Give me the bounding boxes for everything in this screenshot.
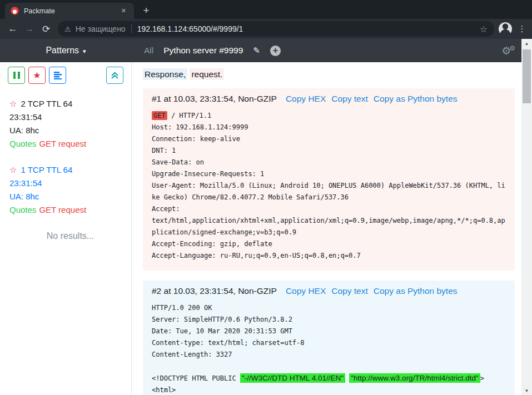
add-service-button[interactable]: +	[270, 46, 281, 56]
security-warning-label[interactable]: Не защищено	[76, 24, 126, 33]
stream-title-row: ☆2 TCP TTL 64	[9, 97, 131, 111]
align-left-icon	[54, 72, 62, 79]
browser-toolbar: ← → ⟳ ⚠ Не защищено 192.168.1.124:65000/…	[0, 19, 532, 39]
stream-time: 23:31:54	[9, 177, 131, 190]
stream-title-row: ☆1 TCP TTL 64	[9, 163, 131, 177]
caret-down-icon: ▾	[83, 48, 86, 55]
tab-title: Packmate	[24, 7, 114, 15]
gear-small-icon: ⚙	[509, 44, 515, 52]
packet-title: #2 at 10.03, 23:31:54, Non-GZIP	[152, 286, 277, 296]
profile-avatar-icon[interactable]	[499, 22, 512, 36]
new-tab-button[interactable]: +	[138, 3, 154, 18]
sidebar-toolbar: ★	[8, 67, 123, 84]
stream-item-selected[interactable]: ☆1 TCP TTL 64 23:31:54 UA: 8hc QuotesGET…	[9, 163, 131, 217]
tag-get-request: GET request	[39, 139, 86, 148]
forward-button[interactable]: →	[21, 23, 38, 34]
packet-body: GET / HTTP/1.1 Host: 192.168.1.124:9999 …	[152, 110, 506, 262]
tag-get-request: GET request	[39, 205, 86, 214]
packmate-favicon-icon	[11, 7, 19, 15]
not-secure-warning-icon: ⚠	[64, 25, 71, 33]
settings-gears-icon[interactable]: ⚙⚙	[501, 44, 515, 57]
address-bar[interactable]: ⚠ Не защищено 192.168.1.124:65000/#/9999…	[58, 21, 494, 37]
content-area: ★ ☆2 TCP TTL 64 23:31:54 UA: 8hc	[0, 62, 532, 395]
stream-ua: UA: 8hc	[9, 124, 131, 137]
browser-window: Packmate ✕ + ← → ⟳ ⚠ Не защищено 192.168…	[0, 0, 532, 395]
scroll-up-icon[interactable]: ▲	[525, 39, 529, 48]
response-headers: HTTP/1.0 200 OK Server: SimpleHTTP/0.6 P…	[152, 304, 305, 382]
string-highlight: "-//W3C//DTD HTML 4.01//EN"	[240, 373, 345, 383]
copy-python-bytes-link[interactable]: Copy as Python bytes	[374, 286, 458, 296]
copy-hex-link[interactable]: Copy HEX	[286, 94, 326, 104]
packet-card-request: #1 at 10.03, 23:31:54, Non-GZIP Copy HEX…	[143, 88, 515, 271]
browser-tab[interactable]: Packmate ✕	[5, 3, 134, 19]
scrollbar-thumb[interactable]	[523, 49, 531, 103]
omnibox-divider	[131, 24, 132, 33]
stream-title: 2 TCP TTL 64	[21, 99, 72, 108]
tag-quotes: Quotes	[9, 139, 36, 148]
star-icon: ★	[33, 70, 41, 81]
pause-button[interactable]	[8, 67, 25, 84]
back-button[interactable]: ←	[4, 23, 21, 34]
close-tab-icon[interactable]: ✕	[119, 6, 128, 16]
browser-menu-icon[interactable]: ⋮	[516, 24, 528, 34]
stream-tags: QuotesGET request	[9, 137, 131, 151]
collapse-button[interactable]	[106, 67, 123, 84]
no-results-label: No results...	[9, 229, 131, 243]
url-text[interactable]: 192.168.1.124:65000/#/9999/1	[137, 24, 243, 33]
favorites-button[interactable]: ★	[28, 67, 46, 84]
scroll-down-icon[interactable]: ▼	[525, 386, 529, 395]
string-highlight: "http://www.w3.org/TR/html4/strict.dtd"	[349, 373, 480, 383]
copy-text-link[interactable]: Copy text	[331, 286, 367, 296]
filter-summary: Response, request.	[143, 69, 515, 79]
tag-quotes: Quotes	[9, 205, 36, 214]
stream-list: ☆2 TCP TTL 64 23:31:54 UA: 8hc QuotesGET…	[0, 97, 131, 243]
packet-title: #1 at 10.03, 23:31:54, Non-GZIP	[152, 94, 277, 104]
service-tabs: All Python server #9999 ✎ +	[144, 46, 281, 56]
page-viewport: Patterns ▾ All Python server #9999 ✎ + ⚙…	[0, 39, 532, 395]
stream-tags: QuotesGET request	[9, 203, 131, 217]
bookmark-star-icon[interactable]: ☆	[480, 24, 488, 34]
stream-time: 23:31:54	[9, 111, 131, 124]
tab-strip: Packmate ✕ +	[0, 0, 532, 19]
filter-term-response: Response,	[143, 68, 187, 80]
patterns-label: Patterns	[46, 46, 79, 56]
plus-icon: +	[273, 46, 278, 55]
packet-card-response: #2 at 10.03, 23:31:54, Non-GZIP Copy HEX…	[143, 281, 515, 395]
app-header: Patterns ▾ All Python server #9999 ✎ + ⚙…	[0, 39, 532, 62]
packet-body: HTTP/1.0 200 OK Server: SimpleHTTP/0.6 P…	[152, 302, 506, 395]
streams-sidebar: ★ ☆2 TCP TTL 64 23:31:54 UA: 8hc	[0, 62, 132, 395]
patterns-dropdown[interactable]: Patterns ▾	[0, 46, 132, 56]
stream-title: 1 TCP TTL 64	[21, 165, 72, 174]
copy-python-bytes-link[interactable]: Copy as Python bytes	[374, 94, 458, 104]
favorite-star-icon[interactable]: ☆	[9, 99, 17, 108]
packet-header: #2 at 10.03, 23:31:54, Non-GZIP Copy HEX…	[152, 286, 506, 296]
filter-term-request: request.	[190, 68, 224, 80]
tab-all-services[interactable]: All	[144, 46, 153, 56]
copy-text-link[interactable]: Copy text	[331, 94, 367, 104]
page-scrollbar[interactable]: ▲ ▼	[521, 39, 532, 395]
reload-button[interactable]: ⟳	[38, 23, 54, 35]
favorite-star-icon[interactable]: ☆	[9, 165, 17, 174]
pause-icon	[13, 72, 20, 79]
stream-ua: UA: 8hc	[9, 190, 131, 203]
copy-hex-link[interactable]: Copy HEX	[286, 286, 326, 296]
packet-header: #1 at 10.03, 23:31:54, Non-GZIP Copy HEX…	[152, 94, 506, 104]
angles-up-icon	[111, 71, 119, 79]
list-filter-button[interactable]	[49, 67, 66, 84]
request-line: / HTTP/1.1	[167, 112, 211, 119]
packet-view: Response, request. #1 at 10.03, 23:31:54…	[132, 62, 532, 395]
request-headers: Host: 192.168.1.124:9999 Connection: kee…	[152, 123, 505, 259]
http-method-highlight: GET	[152, 111, 167, 120]
stream-item[interactable]: ☆2 TCP TTL 64 23:31:54 UA: 8hc QuotesGET…	[9, 97, 131, 151]
tab-current-service[interactable]: Python server #9999	[163, 46, 243, 56]
edit-service-icon[interactable]: ✎	[253, 46, 260, 56]
